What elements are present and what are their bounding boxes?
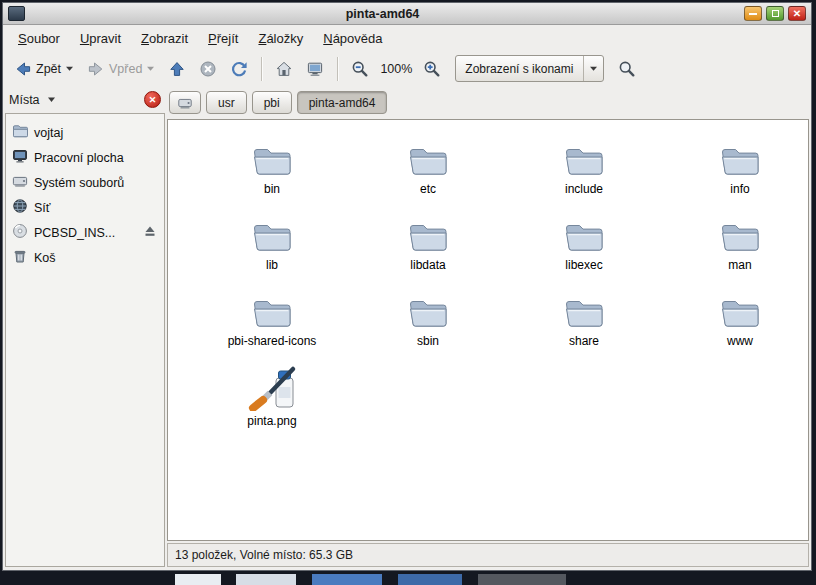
sidebar-title: Místa	[9, 93, 40, 107]
network-icon	[12, 198, 28, 214]
sidebar-item-system-souboru[interactable]: Systém souborů	[8, 170, 162, 195]
network-icon-wrap	[12, 198, 28, 217]
window-title: pinta-amd64	[25, 7, 740, 21]
sidebar-item-kos[interactable]: Koš	[8, 245, 162, 270]
sidebar-header[interactable]: Místa ✕	[5, 86, 165, 113]
sidebar-item-vojtaj[interactable]: vojtaj	[8, 120, 162, 145]
file-lib[interactable]: lib	[194, 208, 350, 284]
main-area: Místa ✕ vojtajPracovní plochaSystém soub…	[3, 86, 811, 567]
breadcrumb-usr[interactable]: usr	[206, 91, 247, 114]
back-button[interactable]: Zpět	[9, 56, 79, 82]
breadcrumb-pinta-amd64[interactable]: pinta-amd64	[297, 91, 388, 114]
sidebar-item-pcbsd-ins[interactable]: PCBSD_INS...	[8, 220, 162, 245]
file-www[interactable]: www	[662, 284, 809, 360]
menu-zobrazit[interactable]: Zobrazit	[132, 28, 197, 49]
computer-button[interactable]	[301, 56, 329, 82]
folder-icon	[563, 144, 605, 179]
folder-icon-wrap	[563, 211, 605, 255]
paint-image-icon	[243, 363, 301, 411]
file-include[interactable]: include	[506, 132, 662, 208]
minimize-button[interactable]	[744, 6, 762, 21]
view-mode-select[interactable]: Zobrazení s ikonami	[455, 55, 604, 82]
toolbar-separator	[337, 57, 338, 81]
filesystem-icon-wrap	[12, 173, 28, 192]
eject-icon	[142, 223, 158, 239]
file-libdata[interactable]: libdata	[350, 208, 506, 284]
sidebar-item-label: Koš	[34, 251, 56, 265]
trash-icon	[12, 248, 28, 264]
up-icon	[168, 60, 186, 78]
folder-icon	[563, 220, 605, 255]
drive-icon	[177, 95, 193, 111]
stop-button[interactable]	[194, 56, 222, 82]
file-share[interactable]: share	[506, 284, 662, 360]
breadcrumb-device-button[interactable]	[169, 91, 201, 114]
zoom-in-icon	[423, 60, 441, 78]
desktop-icon	[12, 148, 28, 164]
file-etc[interactable]: etc	[350, 132, 506, 208]
search-button[interactable]	[613, 56, 641, 82]
home-icon	[275, 60, 293, 78]
wallpaper-fragment	[312, 574, 382, 585]
file-info[interactable]: info	[662, 132, 809, 208]
file-pbi-shared-icons[interactable]: pbi-shared-icons	[194, 284, 350, 360]
sidebar: Místa ✕ vojtajPracovní plochaSystém soub…	[5, 86, 165, 567]
folder-icon	[719, 296, 761, 331]
refresh-button[interactable]	[225, 56, 253, 82]
titlebar[interactable]: pinta-amd64 ✕	[3, 3, 811, 25]
file-pinta-png[interactable]: pinta.png	[194, 360, 350, 436]
eject-button[interactable]	[142, 223, 158, 242]
home-button[interactable]	[270, 56, 298, 82]
desktop-wallpaper-strip	[0, 572, 816, 585]
file-bin[interactable]: bin	[194, 132, 350, 208]
back-label: Zpět	[36, 62, 61, 76]
file-label: etc	[420, 182, 436, 196]
up-button[interactable]	[163, 56, 191, 82]
zoom-level: 100%	[377, 62, 415, 76]
file-label: pinta.png	[247, 414, 296, 428]
folder-icon-wrap	[563, 287, 605, 331]
dropdown-caret-icon	[65, 65, 74, 72]
window-icon	[8, 6, 25, 21]
breadcrumb-pbi[interactable]: pbi	[252, 91, 292, 114]
folder-icon	[407, 144, 449, 179]
zoom-in-button[interactable]	[418, 56, 446, 82]
file-sbin[interactable]: sbin	[350, 284, 506, 360]
maximize-button[interactable]	[766, 6, 784, 21]
file-label: lib	[266, 258, 278, 272]
menu-prejit[interactable]: Přejít	[199, 28, 247, 49]
icon-view[interactable]: bin etc include info lib libdata libexec…	[167, 119, 809, 541]
menu-napoveda[interactable]: Nápověda	[314, 28, 391, 49]
sidebar-item-sit[interactable]: Síť	[8, 195, 162, 220]
stop-icon	[199, 60, 217, 78]
maximize-icon	[772, 10, 779, 17]
menubar: SouborUpravitZobrazitPřejítZáložkyNápově…	[3, 25, 811, 51]
sidebar-close-button[interactable]: ✕	[144, 91, 161, 108]
cd-icon-wrap	[12, 223, 28, 242]
folder-icon	[251, 220, 293, 255]
dropdown-caret-icon	[146, 65, 155, 72]
menu-upravit[interactable]: Upravit	[71, 28, 130, 49]
screen: pinta-amd64 ✕ SouborUpravitZobrazitPřejí…	[0, 0, 816, 585]
file-label: www	[727, 334, 753, 348]
menu-soubor[interactable]: Soubor	[9, 28, 69, 49]
file-grid: bin etc include info lib libdata libexec…	[168, 120, 808, 448]
file-man[interactable]: man	[662, 208, 809, 284]
view-mode-dropdown-button[interactable]	[583, 56, 603, 81]
file-label: bin	[264, 182, 280, 196]
folder-icon	[251, 144, 293, 179]
status-text: 13 položek, Volné místo: 65.3 GB	[175, 548, 353, 562]
sidebar-item-pracovni-plocha[interactable]: Pracovní plocha	[8, 145, 162, 170]
trash-icon-wrap	[12, 248, 28, 267]
computer-icon	[306, 60, 324, 78]
folder-icon-wrap	[407, 211, 449, 255]
wallpaper-fragment	[175, 574, 221, 585]
folder-icon	[719, 220, 761, 255]
sidebar-item-label: Pracovní plocha	[34, 151, 124, 165]
file-libexec[interactable]: libexec	[506, 208, 662, 284]
close-button[interactable]: ✕	[788, 6, 806, 21]
zoom-out-icon	[351, 60, 369, 78]
zoom-out-button[interactable]	[346, 56, 374, 82]
window-bottom-border	[3, 567, 811, 570]
menu-zalozky[interactable]: Záložky	[249, 28, 312, 49]
